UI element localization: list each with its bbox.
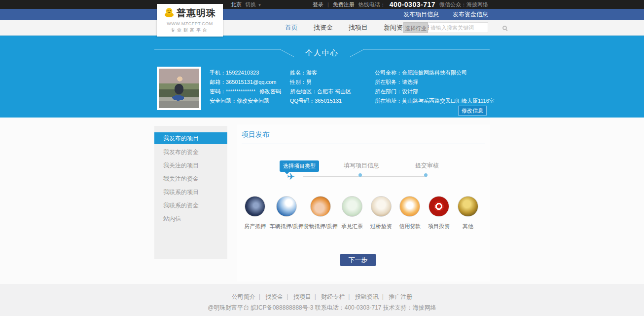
- search-icon[interactable]: [502, 26, 507, 30]
- sidebar: 我发布的项目 我发布的资金 我关注的项目 我关注的资金 我联系的项目 我联系的资…: [154, 126, 227, 259]
- address-value: 黄山路与岳西路交叉口汇峰大厦1116室: [402, 98, 495, 104]
- project-type-credit-loan[interactable]: 信用贷款: [395, 196, 425, 230]
- publish-fund-link[interactable]: 发布资金信息: [453, 9, 488, 20]
- plane-icon: ✈: [287, 171, 295, 182]
- security-question-label: 安全问题：: [210, 98, 237, 104]
- divider: |: [286, 293, 288, 300]
- project-type-goods-pledge[interactable]: 货物抵押/质押: [304, 196, 338, 230]
- change-security-question-link[interactable]: 修改安全问题: [237, 98, 269, 104]
- publish-project-link[interactable]: 发布项目信息: [403, 9, 439, 20]
- email-label: 邮箱：: [210, 79, 226, 85]
- industry-dropdown[interactable]: 选择行业 ▾: [403, 22, 428, 33]
- project-type-project-investment[interactable]: 项目投资: [425, 196, 454, 230]
- footer-link-find-projects[interactable]: 找项目: [293, 293, 311, 300]
- next-step-button[interactable]: 下一步: [340, 254, 376, 266]
- project-type-vehicle-pledge[interactable]: 车辆抵押/质押: [270, 196, 304, 230]
- edit-info-button[interactable]: 修改信息: [458, 106, 487, 116]
- divider: |: [327, 0, 329, 9]
- sidebar-item-my-contacted-projects[interactable]: 我联系的项目: [154, 186, 227, 199]
- company-value: 合肥海披网络科技有限公司: [402, 70, 467, 76]
- sidebar-item-my-followed-funds[interactable]: 我关注的资金: [154, 172, 227, 186]
- project-publish-panel: 项目发布 选择项目类型 ✈ 填写项目信息 提交审核 房产抵押 车辆抵押/质押: [237, 124, 490, 281]
- divider: |: [259, 293, 260, 300]
- position-label: 所在职务：: [375, 79, 402, 85]
- register-link[interactable]: 免费注册: [333, 0, 355, 9]
- sidebar-item-my-contacted-funds[interactable]: 我联系的资金: [154, 199, 227, 212]
- name-label: 姓名：: [290, 70, 306, 76]
- project-investment-icon: [429, 196, 449, 217]
- content: 我发布的项目 我发布的资金 我关注的项目 我关注的资金 我联系的项目 我联系的资…: [0, 118, 644, 284]
- chevron-down-icon: ▾: [258, 2, 261, 7]
- hotline-number: 400-0303-717: [390, 0, 435, 9]
- credit-loan-icon: [399, 196, 420, 217]
- step-progress-line: [303, 176, 427, 177]
- position-value: 请选择: [402, 79, 418, 85]
- sidebar-item-site-mail[interactable]: 站内信: [154, 212, 227, 226]
- sidebar-item-my-published-projects[interactable]: 我发布的项目: [154, 132, 227, 144]
- profile-column-account: 手机：15922410323 邮箱：365015131@qq.com 密码：**…: [210, 68, 281, 106]
- step-3-dot: [424, 173, 428, 177]
- step-1-badge: 选择项目类型: [280, 160, 319, 172]
- personal-center-banner: 个人中心 手机：15922410323 邮箱：365015131@qq.com …: [0, 36, 644, 118]
- divider: |: [315, 293, 316, 300]
- footer-links: 公司简介| 找资金| 找项目| 财经专栏| 投融资讯| 推广注册: [0, 293, 644, 301]
- wechat-account: 微信公众：海披网络: [439, 0, 488, 9]
- login-link[interactable]: 登录: [313, 0, 323, 9]
- page-title: 个人中心: [154, 48, 490, 58]
- footer-link-investment-news[interactable]: 投融资讯: [355, 293, 379, 300]
- avatar[interactable]: [157, 67, 201, 110]
- footer-link-find-funds[interactable]: 找资金: [265, 293, 283, 300]
- gender-label: 性别：: [290, 79, 306, 85]
- qq-label: QQ号码：: [290, 98, 315, 104]
- project-type-list: 房产抵押 车辆抵押/质押 货物抵押/质押 承兑汇票 过桥垫资: [241, 196, 482, 230]
- logo-url: WWW.MZCFPT.COM: [157, 21, 223, 26]
- region-value: 合肥市 蜀山区: [317, 88, 351, 94]
- footer-link-company-intro[interactable]: 公司简介: [232, 293, 255, 300]
- bridge-loan-icon: [371, 196, 392, 217]
- hotline-label: 热线电话：: [358, 0, 386, 9]
- industry-dropdown-label: 选择行业: [405, 25, 427, 31]
- page: 北京 切换 ▾ 登录 | 免费注册 热线电话： 400-0303-717 微信公…: [0, 0, 644, 316]
- project-type-property-mortgage[interactable]: 房产抵押: [241, 196, 270, 230]
- logo[interactable]: 普惠明珠 WWW.MZCFPT.COM 专业财富平台: [157, 4, 223, 37]
- footer-link-finance-column[interactable]: 财经专栏: [321, 293, 345, 300]
- nav-item-find-projects[interactable]: 找项目: [349, 23, 368, 32]
- department-label: 所在部门：: [375, 88, 402, 94]
- project-type-other[interactable]: 其他: [453, 196, 482, 230]
- other-icon: [458, 196, 478, 217]
- department-value: 设计部: [402, 88, 418, 94]
- city-switch-label[interactable]: 切换: [245, 1, 256, 7]
- topbar-right: 登录 | 免费注册 热线电话： 400-0303-717 微信公众：海披网络: [313, 0, 488, 9]
- city-selector[interactable]: 北京 切换 ▾: [231, 0, 261, 9]
- gender-value: 男: [306, 79, 312, 85]
- region-label: 所在地区：: [290, 88, 317, 94]
- avatar-photo: [159, 69, 199, 108]
- sidebar-item-my-followed-projects[interactable]: 我关注的项目: [154, 159, 227, 172]
- sidebar-item-my-published-funds[interactable]: 我发布的资金: [154, 146, 227, 159]
- logo-slogan: 专业财富平台: [157, 27, 223, 34]
- footer: 公司简介| 找资金| 找项目| 财经专栏| 投融资讯| 推广注册 @明珠财富平台…: [0, 284, 644, 316]
- nav-item-home[interactable]: 首页: [285, 23, 298, 32]
- address-label: 所在地址：: [375, 98, 402, 104]
- publish-links: 发布项目信息 发布资金信息: [403, 9, 488, 20]
- divider: |: [348, 293, 350, 300]
- navbar: 首页 找资金 找项目 新闻资讯 投融学院 选择行业 ▾: [0, 20, 644, 36]
- password-value: **************: [226, 88, 255, 94]
- password-label: 密码：: [210, 88, 226, 94]
- step-progress: 选择项目类型 ✈ 填写项目信息 提交审核: [237, 154, 490, 184]
- step-3-label: 提交审核: [397, 161, 457, 170]
- company-label: 公司全称：: [375, 70, 402, 76]
- email-value: 365015131@qq.com: [226, 79, 276, 85]
- logo-name: 普惠明珠: [177, 7, 216, 20]
- nav-item-find-funds[interactable]: 找资金: [314, 23, 333, 32]
- project-type-bank-draft[interactable]: 承兑汇票: [338, 196, 367, 230]
- footer-link-promotion-register[interactable]: 推广注册: [389, 293, 412, 300]
- search-input[interactable]: [429, 23, 502, 33]
- city-label: 北京: [231, 1, 242, 7]
- vehicle-pledge-icon: [276, 196, 297, 217]
- divider: |: [382, 293, 384, 300]
- name-value: 游客: [306, 70, 317, 76]
- project-type-bridge-loan[interactable]: 过桥垫资: [366, 196, 395, 230]
- change-password-link[interactable]: 修改密码: [259, 88, 281, 94]
- search-box: [429, 22, 488, 33]
